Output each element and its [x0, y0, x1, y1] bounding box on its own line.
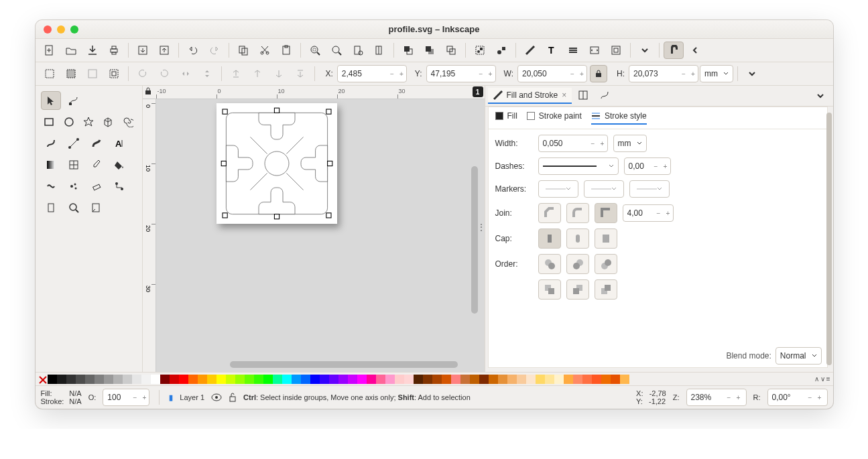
layer-visibility-toggle[interactable] [211, 393, 222, 401]
spray-tool[interactable] [64, 177, 84, 196]
subtab-fill[interactable]: Fill [495, 111, 517, 125]
color-swatch[interactable] [338, 375, 348, 384]
dock-menu-button[interactable] [810, 87, 830, 105]
xml-dialog-button[interactable] [584, 42, 605, 59]
subtab-stroke-paint[interactable]: Stroke paint [527, 111, 582, 125]
marker-mid-select[interactable] [584, 180, 624, 198]
color-swatch[interactable] [123, 375, 132, 384]
y-field[interactable] [427, 66, 477, 82]
color-swatch[interactable] [620, 375, 629, 384]
color-swatch[interactable] [85, 375, 95, 384]
color-swatch[interactable] [573, 375, 582, 384]
connector-tool[interactable] [109, 177, 129, 196]
color-swatch[interactable] [151, 375, 160, 384]
color-swatch[interactable] [245, 375, 254, 384]
x-input[interactable]: −+ [337, 65, 407, 82]
color-swatch[interactable] [442, 375, 451, 384]
unit-select[interactable]: mm [700, 65, 733, 82]
dock-tab-fill-stroke[interactable]: Fill and Stroke × [488, 88, 572, 104]
color-swatch[interactable] [179, 375, 188, 384]
group-button[interactable] [470, 42, 490, 59]
color-swatch[interactable] [76, 375, 85, 384]
color-swatch[interactable] [460, 375, 470, 384]
snap-toggle-button[interactable] [664, 42, 684, 59]
zoom-tool[interactable] [64, 198, 84, 217]
flip-v-button[interactable] [197, 65, 217, 82]
palette-prev-button[interactable]: ∧ [814, 375, 819, 383]
selector-tool[interactable] [41, 91, 61, 110]
print-button[interactable] [104, 42, 124, 59]
color-swatch[interactable] [414, 375, 423, 384]
color-swatch[interactable] [282, 375, 292, 384]
color-swatch[interactable] [95, 375, 104, 384]
color-swatch[interactable] [207, 375, 216, 384]
color-swatch[interactable] [479, 375, 489, 384]
zoom-input[interactable]: −+ [686, 389, 747, 406]
undo-button[interactable] [183, 42, 203, 59]
export-button[interactable] [154, 42, 174, 59]
blend-mode-select[interactable]: Normal [776, 347, 822, 365]
color-swatch[interactable] [385, 375, 395, 384]
snap-options-arrow[interactable] [685, 42, 705, 59]
color-swatch[interactable] [545, 375, 554, 384]
paste-button[interactable] [276, 42, 296, 59]
color-swatch[interactable] [357, 375, 367, 384]
spiral-tool[interactable] [119, 113, 136, 131]
h-input[interactable]: −+ [629, 65, 698, 82]
stroke-width-unit[interactable]: mm [613, 135, 647, 152]
window-close-button[interactable] [44, 25, 52, 34]
text-tool[interactable]: A [109, 134, 129, 153]
dock-scrollbar[interactable] [826, 113, 832, 365]
opacity-input[interactable]: −+ [103, 389, 149, 406]
box3d-tool[interactable] [100, 113, 117, 131]
star-tool[interactable] [80, 113, 97, 131]
gradient-tool[interactable] [41, 155, 61, 174]
close-tab-icon[interactable]: × [562, 90, 566, 100]
cap-round-button[interactable] [566, 228, 589, 249]
eraser-tool[interactable] [86, 177, 107, 196]
raise-top-button[interactable] [226, 65, 246, 82]
color-swatch[interactable] [404, 375, 414, 384]
layers-dialog-button[interactable] [563, 42, 583, 59]
node-tool[interactable] [64, 91, 84, 110]
miter-limit-input[interactable]: −+ [623, 204, 674, 222]
join-miter-button[interactable] [595, 203, 617, 223]
horizontal-ruler[interactable]: 1 -100102030 [143, 86, 485, 99]
color-swatch[interactable] [329, 375, 338, 384]
cap-square-button[interactable] [595, 228, 617, 249]
zoom-selection-button[interactable] [305, 42, 325, 59]
paintbucket-tool[interactable] [109, 155, 129, 174]
page-object[interactable] [216, 103, 337, 224]
dash-pattern-select[interactable] [538, 157, 619, 175]
color-swatch[interactable] [611, 375, 620, 384]
save-button[interactable] [82, 42, 103, 59]
color-swatch[interactable] [601, 375, 611, 384]
join-round-button[interactable] [566, 203, 589, 223]
ungroup-button[interactable] [491, 42, 511, 59]
flip-h-button[interactable] [176, 65, 196, 82]
marker-end-select[interactable] [629, 180, 670, 198]
subtab-stroke-style[interactable]: Stroke style [591, 111, 647, 125]
zoom-center-button[interactable] [369, 42, 389, 59]
vertical-ruler[interactable]: 0102030 [143, 99, 156, 372]
color-swatch[interactable] [170, 375, 179, 384]
toggle-selection-button[interactable] [104, 65, 124, 82]
new-doc-button[interactable] [40, 42, 60, 59]
rotate-ccw-button[interactable] [133, 65, 153, 82]
color-swatch[interactable] [104, 375, 113, 384]
color-swatch[interactable] [310, 375, 320, 384]
color-swatch[interactable] [66, 375, 76, 384]
h-field[interactable] [629, 66, 679, 82]
color-swatch[interactable] [113, 375, 123, 384]
duplicate-button[interactable] [398, 42, 418, 59]
deselect-button[interactable] [82, 65, 103, 82]
open-button[interactable] [61, 42, 81, 59]
color-swatch[interactable] [254, 375, 263, 384]
dropper-tool[interactable] [86, 155, 107, 174]
select-all-layers-button[interactable] [40, 65, 60, 82]
rotation-input[interactable]: −+ [767, 389, 828, 406]
color-swatch[interactable] [132, 375, 141, 384]
stroke-value[interactable]: N/A [69, 397, 81, 405]
color-swatch[interactable] [554, 375, 564, 384]
color-swatch[interactable] [536, 375, 545, 384]
